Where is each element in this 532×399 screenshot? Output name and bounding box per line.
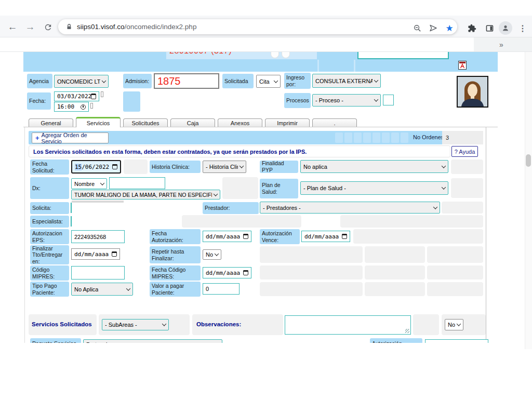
dx-tipo-select[interactable]: Nombre (71, 178, 107, 189)
tab-anexos[interactable]: Anexos (218, 118, 262, 127)
historia-clinica-select[interactable]: - Historia Clinic (203, 161, 246, 173)
grid-cell (427, 282, 483, 296)
calendar-icon[interactable] (342, 234, 347, 239)
grid-cell (260, 282, 363, 296)
menu-dots-icon[interactable]: ⋮ (515, 21, 530, 35)
grid-cell (365, 265, 425, 280)
plan-salud-label: Plan de Salud: (260, 179, 298, 198)
clipped-row: Paquete Servicios Protocolo Autorización (0, 338, 532, 343)
order-slot[interactable] (391, 132, 399, 143)
grid-cell (442, 202, 483, 214)
autorizacion-label: Autorización (370, 338, 422, 343)
servicios-solicitados-cell: Servicios Solicitados (29, 314, 97, 335)
clock-icon[interactable] (81, 104, 86, 110)
chevron-down-icon (102, 78, 106, 83)
side-panel-icon[interactable] (482, 21, 497, 35)
tipo-pago-select[interactable]: No Aplica (71, 283, 133, 296)
scrollbar-thumb[interactable] (526, 154, 531, 167)
solicita-input[interactable] (71, 203, 72, 213)
procesos-select[interactable]: - Proceso - (312, 94, 381, 107)
chevron-down-icon (126, 286, 130, 290)
finalizar-tto-input[interactable]: dd/mm/aaaa (71, 248, 120, 260)
protocolo-select[interactable]: Protocolo (83, 339, 222, 343)
tab-imprimir[interactable]: Imprimir (265, 118, 310, 127)
back-icon[interactable]: ← (5, 20, 20, 34)
observaciones-textarea[interactable] (285, 315, 411, 335)
fecha-mipres-label: Fecha Código MIPRES: (150, 265, 201, 281)
admision-input[interactable]: 1875 (154, 73, 219, 89)
grid-cell (451, 178, 483, 198)
order-slot[interactable] (344, 132, 352, 143)
tab-extra[interactable]: . (312, 118, 357, 127)
tab-caja[interactable]: Caja (170, 118, 215, 127)
date-spinner[interactable] (101, 91, 103, 97)
header-input[interactable] (357, 52, 449, 59)
ayuda-button[interactable]: ? Ayuda (451, 146, 478, 157)
bottom-no-select[interactable]: No (445, 319, 463, 330)
agencia-select[interactable]: ONCOMEDIC LTDA (54, 75, 109, 88)
grid-cell (353, 229, 483, 244)
especialista-input[interactable] (71, 216, 72, 227)
fecha-autorizacion-input[interactable]: dd/mm/aaaa (203, 231, 251, 242)
finalidad-pyp-select[interactable]: No aplica (300, 160, 448, 173)
chevron-down-icon (442, 164, 446, 168)
pdf-icon[interactable] (458, 61, 467, 72)
codigo-mipres-input[interactable] (71, 266, 125, 280)
ingreso-por-select[interactable]: CONSULTA EXTERNA (312, 74, 381, 88)
tab-solicitudes[interactable]: Solicitudes (123, 118, 168, 127)
fecha-date-input[interactable]: 03/03/2022 (54, 91, 99, 101)
warning-text: Los Servicios solicitados en esta forma,… (33, 149, 307, 155)
subareas-select[interactable]: - SubAreas - (102, 319, 169, 330)
calendar-icon[interactable] (91, 94, 96, 99)
agregar-orden-button[interactable]: + Agregar Orden de Servicio (32, 132, 109, 143)
order-slot[interactable] (354, 132, 362, 143)
repetir-select[interactable]: No (203, 249, 221, 260)
autorizacion-eps-input[interactable]: 2224935268 (71, 230, 125, 243)
profile-icon[interactable] (498, 20, 513, 36)
forward-icon[interactable]: → (23, 20, 37, 34)
zoom-out-icon[interactable] (410, 21, 424, 35)
plan-salud-select[interactable]: - Plan de Salud - (300, 181, 448, 195)
chevron-down-icon (215, 251, 219, 256)
calendar-icon[interactable] (243, 270, 248, 275)
order-slot[interactable] (373, 132, 380, 143)
lock-icon (65, 23, 73, 31)
fecha-solicitud-input[interactable]: 15/06/2022 (71, 160, 121, 174)
finalidad-pyp-label: Finalidad PYP (260, 161, 298, 173)
autorizacion-vence-input[interactable]: dd/mm/aaaa (301, 231, 350, 242)
valor-pagar-input[interactable]: 0 (203, 283, 240, 295)
time-spinner[interactable] (90, 103, 93, 109)
dx-nombre-select[interactable]: TUMOR MALIGNO DE LA MAMA, PARTE NO ESPEC… (71, 190, 220, 200)
bookmark-star-icon[interactable]: ★ (442, 21, 457, 35)
grid-cell (222, 177, 258, 199)
reload-icon[interactable] (41, 20, 55, 34)
calendar-icon[interactable] (243, 234, 248, 239)
autorizacion-vence-label: Autorización Vence: (260, 229, 300, 244)
calendar-icon[interactable] (112, 164, 117, 169)
scrollbar-track[interactable] (525, 52, 532, 349)
extensions-icon[interactable] (464, 21, 479, 35)
fecha-mipres-input[interactable]: dd/mm/aaaa (203, 267, 251, 278)
url-bar[interactable]: siips01.visof.co/oncomedic/index2.php (58, 19, 457, 34)
order-slot[interactable] (363, 132, 371, 143)
resize-handle-icon[interactable] (405, 329, 409, 333)
order-slot[interactable] (335, 132, 343, 143)
fecha-time-input[interactable]: 16:00 (54, 102, 89, 112)
bookmarks-overflow-icon[interactable]: » (494, 38, 509, 51)
bookmarks-bar (0, 37, 532, 52)
calendar-icon[interactable] (112, 251, 117, 257)
chevron-down-icon (274, 78, 278, 83)
prestador-select[interactable]: - Prestadores - (260, 202, 440, 214)
grid-cell (413, 314, 439, 335)
procesos-aux-input[interactable] (383, 95, 394, 105)
send-icon[interactable] (426, 21, 441, 35)
order-slot[interactable] (382, 132, 390, 143)
solicitada-select[interactable]: Cita (256, 75, 281, 88)
screen: ← → siips01.visof.co/oncomedic/index2.ph… (0, 0, 532, 399)
paquete-servicios-label: Paquete Servicios (30, 338, 81, 343)
dx-search-input[interactable] (109, 177, 165, 189)
tab-servicios[interactable]: Servicios (76, 117, 121, 127)
autorizacion-input[interactable] (425, 339, 488, 343)
tab-general[interactable]: General (29, 118, 73, 127)
order-slot[interactable] (401, 132, 408, 143)
